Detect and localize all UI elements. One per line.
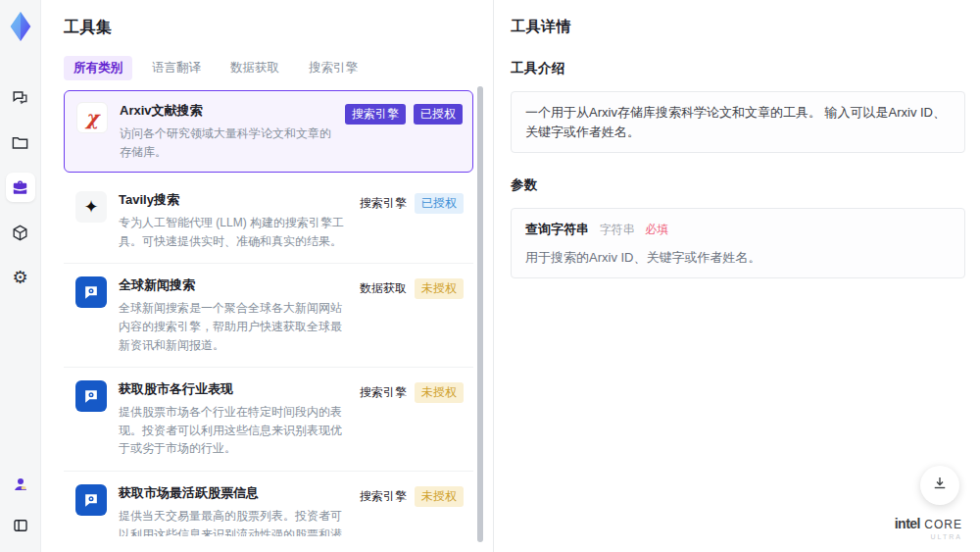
tool-list: χ Arxiv文献搜索 访问各个研究领域大量科学论文和文章的存储库。 搜索引擎 … bbox=[64, 90, 473, 536]
page-title: 工具集 bbox=[64, 18, 493, 38]
download-icon bbox=[931, 475, 949, 496]
category-badge: 搜索引擎 bbox=[345, 104, 406, 125]
param-required-flag: 必填 bbox=[645, 223, 668, 236]
folder-icon bbox=[11, 133, 29, 152]
tool-detail-panel: 工具详情 工具介绍 一个用于从Arxiv存储库搜索科学论文和文章的工具。 输入可… bbox=[494, 0, 980, 552]
app-window: ⚙ 工具集 bbox=[0, 0, 980, 552]
tool-description: 访问各个研究领域大量科学论文和文章的存储库。 bbox=[120, 125, 335, 161]
news-app-icon bbox=[75, 484, 107, 516]
tool-card-global-news[interactable]: 全球新闻搜索 全球新闻搜索是一个聚合全球各大新闻网站内容的搜索引擎，帮助用户快速… bbox=[64, 264, 473, 368]
tab-all-categories[interactable]: 所有类别 bbox=[64, 56, 132, 80]
tool-description: 提供股票市场各个行业在特定时间段内的表现。投资者可以利用这些信息来识别表现优于或… bbox=[119, 403, 350, 458]
download-button[interactable] bbox=[920, 466, 959, 505]
user-avatar[interactable] bbox=[6, 470, 35, 499]
tool-card-active-stocks[interactable]: 获取市场最活跃股票信息 提供当天交易量最高的股票列表。投资者可以利用这些信息来识… bbox=[64, 472, 473, 536]
user-icon bbox=[12, 476, 29, 493]
tool-name: 获取股市各行业表现 bbox=[119, 380, 350, 398]
sidebar-item-packages[interactable] bbox=[6, 218, 35, 247]
tab-data-fetch[interactable]: 数据获取 bbox=[220, 56, 289, 80]
tab-language-translation[interactable]: 语言翻译 bbox=[142, 56, 211, 80]
category-tabs: 所有类别 语言翻译 数据获取 搜索引擎 bbox=[64, 56, 493, 80]
collapse-sidebar-button[interactable] bbox=[6, 511, 35, 540]
sidebar: ⚙ bbox=[0, 0, 41, 552]
detail-title: 工具详情 bbox=[511, 18, 965, 36]
status-badge: 已授权 bbox=[415, 193, 464, 214]
param-header: 查询字符串 字符串 必填 bbox=[525, 220, 951, 239]
params-heading: 参数 bbox=[511, 176, 965, 194]
param-box: 查询字符串 字符串 必填 用于搜索的Arxiv ID、关键字或作者姓名。 bbox=[511, 208, 965, 278]
sidebar-item-toolbox[interactable] bbox=[6, 173, 35, 202]
tool-description: 全球新闻搜索是一个聚合全球各大新闻网站内容的搜索引擎，帮助用户快速获取全球最新资… bbox=[119, 299, 350, 354]
category-label: 搜索引擎 bbox=[360, 382, 407, 403]
tavily-icon: ✦ bbox=[75, 191, 107, 223]
briefcase-icon bbox=[11, 178, 29, 197]
intel-sub-label: ULTRA bbox=[895, 533, 962, 540]
sidebar-item-chat[interactable] bbox=[6, 82, 35, 112]
news-app-icon bbox=[75, 276, 107, 308]
gear-icon: ⚙ bbox=[12, 269, 27, 286]
sidebar-item-files[interactable] bbox=[6, 127, 35, 157]
status-badge: 未授权 bbox=[415, 382, 464, 403]
tool-card-arxiv[interactable]: χ Arxiv文献搜索 访问各个研究领域大量科学论文和文章的存储库。 搜索引擎 … bbox=[64, 90, 473, 173]
panel-toggle-icon bbox=[12, 517, 29, 534]
param-type: 字符串 bbox=[600, 223, 635, 236]
status-badge: 未授权 bbox=[415, 486, 464, 507]
intro-box: 一个用于从Arxiv存储库搜索科学论文和文章的工具。 输入可以是Arxiv ID… bbox=[511, 91, 965, 153]
chat-icon bbox=[11, 88, 29, 107]
list-scrollbar[interactable] bbox=[477, 86, 483, 542]
app-logo-icon bbox=[6, 10, 35, 43]
status-badge: 未授权 bbox=[415, 278, 464, 299]
tool-name: 获取市场最活跃股票信息 bbox=[119, 484, 350, 502]
tool-name: Tavily搜索 bbox=[119, 191, 350, 209]
intro-heading: 工具介绍 bbox=[511, 60, 965, 77]
intel-core-logo: intel CORE ULTRA bbox=[895, 517, 962, 540]
cube-icon bbox=[11, 224, 29, 242]
category-label: 搜索引擎 bbox=[360, 486, 407, 507]
tool-card-stock-sectors[interactable]: 获取股市各行业表现 提供股票市场各个行业在特定时间段内的表现。投资者可以利用这些… bbox=[64, 368, 473, 472]
category-label: 数据获取 bbox=[360, 278, 407, 299]
category-label: 搜索引擎 bbox=[360, 193, 407, 214]
sidebar-nav: ⚙ bbox=[6, 82, 35, 292]
tool-description: 专为人工智能代理 (LLM) 构建的搜索引擎工具。可快速提供实时、准确和真实的结… bbox=[119, 214, 350, 250]
tool-name: 全球新闻搜索 bbox=[119, 276, 350, 294]
tab-search-engine[interactable]: 搜索引擎 bbox=[299, 56, 368, 80]
tool-description: 提供当天交易量最高的股票列表。投资者可以利用这些信息来识别流动性强的股票和潜在的… bbox=[119, 507, 350, 536]
tool-name: Arxiv文献搜索 bbox=[120, 102, 335, 120]
arxiv-icon: χ bbox=[76, 102, 108, 133]
status-badge: 已授权 bbox=[414, 104, 463, 125]
news-app-icon bbox=[75, 380, 107, 412]
sidebar-item-settings[interactable]: ⚙ bbox=[6, 263, 35, 292]
param-name: 查询字符串 bbox=[525, 222, 589, 236]
tool-card-tavily[interactable]: ✦ Tavily搜索 专为人工智能代理 (LLM) 构建的搜索引擎工具。可快速提… bbox=[64, 178, 473, 264]
sidebar-bottom bbox=[6, 470, 35, 540]
param-description: 用于搜索的Arxiv ID、关键字或作者姓名。 bbox=[525, 248, 951, 268]
tool-list-panel: 工具集 所有类别 语言翻译 数据获取 搜索引擎 χ Arxiv文献搜索 访问各个… bbox=[41, 0, 493, 552]
